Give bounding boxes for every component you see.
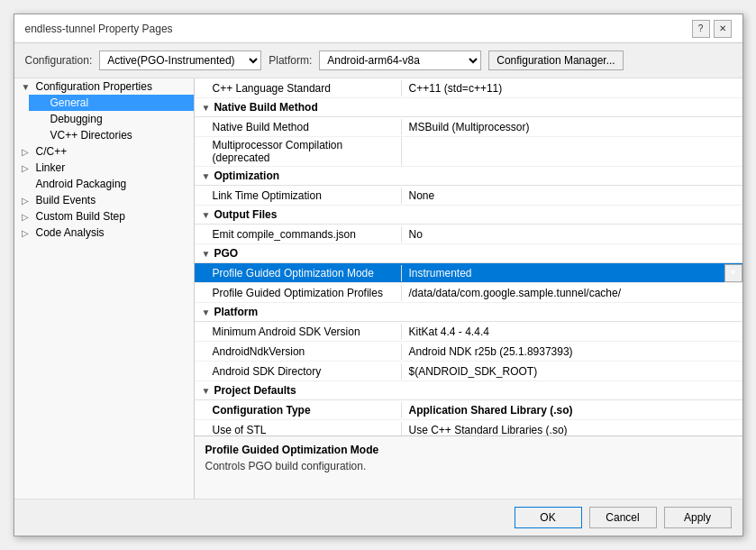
custom-build-step-expand-icon: ▷	[22, 212, 32, 222]
section-platform[interactable]: ▼ Platform	[195, 303, 742, 322]
tree-item-build-events[interactable]: ▷ Build Events	[14, 192, 194, 208]
section-platform-label: Platform	[214, 306, 258, 318]
prop-name-compile-commands: Emit compile_commands.json	[195, 226, 402, 243]
prop-row-sdk-dir: Android SDK Directory $(ANDROID_SDK_ROOT…	[195, 362, 742, 381]
configuration-select[interactable]: Active(PGO-Instrumented)	[99, 50, 261, 70]
section-pgo-expand-icon: ▼	[202, 249, 211, 259]
pgo-mode-dropdown-button[interactable]: ▼	[724, 264, 742, 282]
prop-row-ndk-version: AndroidNdkVersion Android NDK r25b (25.1…	[195, 342, 742, 362]
help-button[interactable]: ?	[692, 20, 710, 38]
prop-name-min-sdk: Minimum Android SDK Version	[195, 324, 402, 340]
code-analysis-expand-icon: ▷	[22, 228, 32, 238]
tree-label-vc-directories: VC++ Directories	[50, 129, 132, 142]
tree-label-code-analysis: Code Analysis	[36, 226, 105, 239]
tree-item-android-packaging[interactable]: Android Packaging	[14, 176, 194, 192]
prop-name-lto: Link Time Optimization	[195, 188, 402, 204]
build-events-expand-icon: ▷	[22, 196, 32, 206]
prop-row-min-sdk: Minimum Android SDK Version KitKat 4.4 -…	[195, 322, 742, 342]
tree-item-linker[interactable]: ▷ Linker	[14, 160, 194, 176]
linker-expand-icon: ▷	[22, 163, 32, 173]
section-optimization[interactable]: ▼ Optimization	[195, 167, 742, 186]
section-native-build-expand-icon: ▼	[202, 103, 211, 113]
cpp-expand-icon: ▷	[22, 147, 32, 157]
prop-row-compile-commands: Emit compile_commands.json No	[195, 225, 742, 244]
config-label: Configuration:	[25, 54, 93, 67]
prop-value-min-sdk: KitKat 4.4 - 4.4.4	[402, 324, 742, 340]
platform-select[interactable]: Android-arm64-v8a	[319, 50, 481, 70]
prop-value-lto: None	[402, 188, 742, 204]
tree-item-code-analysis[interactable]: ▷ Code Analysis	[14, 225, 194, 241]
prop-row-config-type: Configuration Type Application Shared Li…	[195, 400, 742, 420]
description-title: Profile Guided Optimization Mode	[205, 444, 732, 456]
prop-name-pgo-mode: Profile Guided Optimization Mode	[195, 265, 402, 281]
prop-value-ndk-version: Android NDK r25b (25.1.8937393)	[402, 344, 742, 360]
tree-root-item[interactable]: ▼ Configuration Properties	[14, 78, 194, 95]
tree-label-cpp: C/C++	[36, 145, 68, 158]
prop-row-pgo-mode[interactable]: Profile Guided Optimization Mode Instrum…	[195, 263, 742, 283]
tree-item-general[interactable]: General	[29, 95, 194, 111]
tree-label-custom-build-step: Custom Build Step	[36, 210, 125, 223]
prop-value-multiprocessor	[402, 150, 742, 153]
description-text: Controls PGO build configuration.	[205, 460, 732, 472]
tree-label-android-packaging: Android Packaging	[36, 178, 127, 190]
prop-row-native-build-method: Native Build Method MSBuild (Multiproces…	[195, 117, 742, 137]
prop-name-config-type: Configuration Type	[195, 402, 402, 418]
close-button[interactable]: ✕	[714, 20, 732, 38]
tree-item-cpp[interactable]: ▷ C/C++	[14, 143, 194, 160]
prop-value-native-build-method: MSBuild (Multiprocessor)	[402, 119, 742, 135]
prop-name-sdk-dir: Android SDK Directory	[195, 363, 402, 380]
tree-label-build-events: Build Events	[36, 194, 96, 206]
platform-label: Platform:	[269, 54, 312, 67]
prop-name-multiprocessor: Multiprocessor Compilation (deprecated	[195, 137, 402, 166]
section-optimization-expand-icon: ▼	[202, 171, 211, 181]
section-project-defaults-expand-icon: ▼	[202, 386, 211, 396]
root-expand-icon: ▼	[22, 82, 32, 92]
prop-row-lto: Link Time Optimization None	[195, 186, 742, 206]
prop-value-sdk-dir: $(ANDROID_SDK_ROOT)	[402, 363, 742, 380]
prop-value-pgo-mode: Instrumented	[402, 265, 724, 281]
tree-label-linker: Linker	[36, 161, 66, 174]
prop-value-stl: Use C++ Standard Libraries (.so)	[402, 422, 742, 436]
tree-label-general: General	[50, 96, 89, 109]
section-native-build[interactable]: ▼ Native Build Method	[195, 98, 742, 117]
section-pgo-label: PGO	[214, 247, 238, 260]
prop-name-ndk-version: AndroidNdkVersion	[195, 344, 402, 360]
section-optimization-label: Optimization	[214, 170, 279, 182]
prop-name-pgo-profiles: Profile Guided Optimization Profiles	[195, 285, 402, 301]
tree-item-vc-directories[interactable]: VC++ Directories	[29, 127, 194, 143]
tree-item-custom-build-step[interactable]: ▷ Custom Build Step	[14, 208, 194, 225]
right-panel: C++ Language Standard C++11 (std=c++11) …	[195, 78, 742, 499]
prop-row-stl: Use of STL Use C++ Standard Libraries (.…	[195, 420, 742, 435]
section-output-files[interactable]: ▼ Output Files	[195, 206, 742, 225]
section-native-build-label: Native Build Method	[214, 101, 317, 114]
prop-value-cpp-lang: C++11 (std=c++11)	[402, 80, 742, 96]
apply-button[interactable]: Apply	[664, 507, 732, 528]
section-project-defaults-label: Project Defaults	[214, 384, 296, 397]
toolbar: Configuration: Active(PGO-Instrumented) …	[14, 43, 742, 78]
section-output-files-expand-icon: ▼	[202, 210, 211, 220]
bottom-bar: OK Cancel Apply	[14, 499, 742, 536]
prop-value-compile-commands: No	[402, 226, 742, 243]
prop-row-multiprocessor: Multiprocessor Compilation (deprecated	[195, 137, 742, 167]
prop-value-pgo-profiles: /data/data/com.google.sample.tunnel/cach…	[402, 285, 742, 301]
cancel-button[interactable]: Cancel	[589, 507, 657, 528]
prop-row-pgo-profiles: Profile Guided Optimization Profiles /da…	[195, 283, 742, 303]
title-buttons: ? ✕	[692, 20, 732, 38]
section-output-files-label: Output Files	[214, 208, 277, 221]
section-pgo[interactable]: ▼ PGO	[195, 244, 742, 263]
prop-name-cpp-lang: C++ Language Standard	[195, 80, 402, 96]
ok-button[interactable]: OK	[515, 507, 582, 528]
config-manager-button[interactable]: Configuration Manager...	[488, 50, 623, 70]
prop-row-cpp-lang: C++ Language Standard C++11 (std=c++11)	[195, 78, 742, 98]
section-project-defaults[interactable]: ▼ Project Defaults	[195, 381, 742, 400]
prop-value-config-type: Application Shared Library (.so)	[402, 402, 742, 418]
prop-name-stl: Use of STL	[195, 422, 402, 436]
main-content: ▼ Configuration Properties General Debug…	[14, 78, 742, 499]
property-pages-dialog: endless-tunnel Property Pages ? ✕ Config…	[14, 14, 743, 536]
dialog-title: endless-tunnel Property Pages	[25, 23, 173, 35]
tree-root-label: Configuration Properties	[36, 80, 152, 93]
prop-name-native-build-method: Native Build Method	[195, 119, 402, 135]
properties-table: C++ Language Standard C++11 (std=c++11) …	[195, 78, 742, 435]
title-bar: endless-tunnel Property Pages ? ✕	[14, 14, 742, 43]
tree-item-debugging[interactable]: Debugging	[29, 111, 194, 127]
